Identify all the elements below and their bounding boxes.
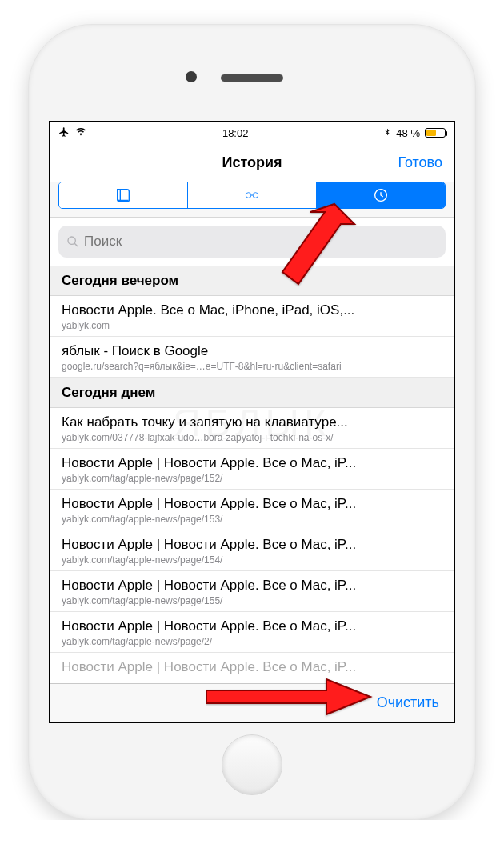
history-row-url: yablyk.com/tag/apple-news/page/153/ <box>62 514 442 525</box>
history-row-title: яблык - Поиск в Google <box>62 343 442 359</box>
bookmarks-icon <box>114 186 132 204</box>
svg-line-4 <box>74 243 78 246</box>
history-row[interactable]: яблык - Поиск в Google google.ru/search?… <box>50 337 454 378</box>
home-button[interactable] <box>222 734 282 795</box>
segmented-control <box>58 182 446 209</box>
status-bar: 18:02 48 % <box>50 122 454 143</box>
history-row-url: yablyk.com <box>62 320 442 331</box>
earpiece-speaker <box>221 74 283 82</box>
history-row-title: Новости Apple | Новости Apple. Все о Mac… <box>62 578 442 594</box>
bottom-toolbar: Очистить <box>50 683 454 722</box>
iphone-frame: 18:02 48 % История Готово <box>28 24 476 820</box>
done-button[interactable]: Готово <box>398 154 442 171</box>
tab-history[interactable] <box>317 182 445 208</box>
history-row-title: Новости Apple | Новости Apple. Все о Mac… <box>62 496 442 512</box>
tab-bookmarks[interactable] <box>59 182 188 208</box>
history-row-url: yablyk.com/tag/apple-news/page/154/ <box>62 554 442 566</box>
history-row[interactable]: Новости Apple | Новости Apple. Все о Mac… <box>50 449 454 490</box>
battery-icon <box>425 128 446 138</box>
clear-button[interactable]: Очистить <box>377 694 439 711</box>
search-input[interactable] <box>84 234 438 250</box>
history-list: Сегодня вечером Новости Apple. Все о Mac… <box>50 266 454 680</box>
section-header: Сегодня днем <box>50 378 454 408</box>
search-field[interactable] <box>58 226 446 258</box>
history-row[interactable]: Новости Apple | Новости Apple. Все о Mac… <box>50 612 454 653</box>
history-row[interactable]: Новости Apple. Все о Mac, iPhone, iPad, … <box>50 296 454 337</box>
history-row-title: Новости Apple | Новости Apple. Все о Mac… <box>62 537 442 553</box>
history-row[interactable]: Новости Apple | Новости Apple. Все о Mac… <box>50 571 454 612</box>
history-row-url: yablyk.com/tag/apple-news/page/2/ <box>62 636 442 647</box>
airplane-mode-icon <box>58 126 70 140</box>
bluetooth-icon <box>383 126 391 140</box>
section-header: Сегодня вечером <box>50 266 454 296</box>
history-row[interactable]: Новости Apple | Новости Apple. Все о Mac… <box>50 530 454 571</box>
page-title: История <box>222 154 282 171</box>
svg-point-0 <box>246 193 251 198</box>
history-row-title: Новости Apple | Новости Apple. Все о Mac… <box>62 659 442 675</box>
search-icon <box>66 235 79 248</box>
svg-point-3 <box>68 237 75 244</box>
history-row[interactable]: Как набрать точку и запятую на клавиатур… <box>50 408 454 449</box>
segmented-control-wrap <box>50 182 454 218</box>
history-row[interactable]: Новости Apple | Новости Apple. Все о Mac… <box>50 653 454 680</box>
status-time: 18:02 <box>222 127 249 139</box>
history-row-title: Новости Apple | Новости Apple. Все о Mac… <box>62 455 442 471</box>
tab-reading-list[interactable] <box>188 182 317 208</box>
svg-point-1 <box>253 193 258 198</box>
history-row-title: Новости Apple | Новости Apple. Все о Mac… <box>62 618 442 634</box>
history-row-url: google.ru/search?q=яблык&ie=…e=UTF-8&hl=… <box>62 361 442 372</box>
history-icon <box>372 186 390 204</box>
nav-header: История Готово <box>50 143 454 182</box>
battery-percent: 48 % <box>396 127 420 139</box>
history-row-url: yablyk.com/tag/apple-news/page/152/ <box>62 473 442 484</box>
history-row-url: yablyk.com/tag/apple-news/page/155/ <box>62 595 442 606</box>
history-row[interactable]: Новости Apple | Новости Apple. Все о Mac… <box>50 490 454 530</box>
screen: 18:02 48 % История Готово <box>49 121 455 723</box>
history-row-url: yablyk.com/037778-lajfxak-udo…bora-zapya… <box>62 432 442 443</box>
front-camera <box>186 71 197 82</box>
wifi-icon <box>74 127 87 139</box>
reading-list-icon <box>243 186 261 204</box>
history-row-title: Как набрать точку и запятую на клавиатур… <box>62 414 442 430</box>
history-row-title: Новости Apple. Все о Mac, iPhone, iPad, … <box>62 302 442 318</box>
